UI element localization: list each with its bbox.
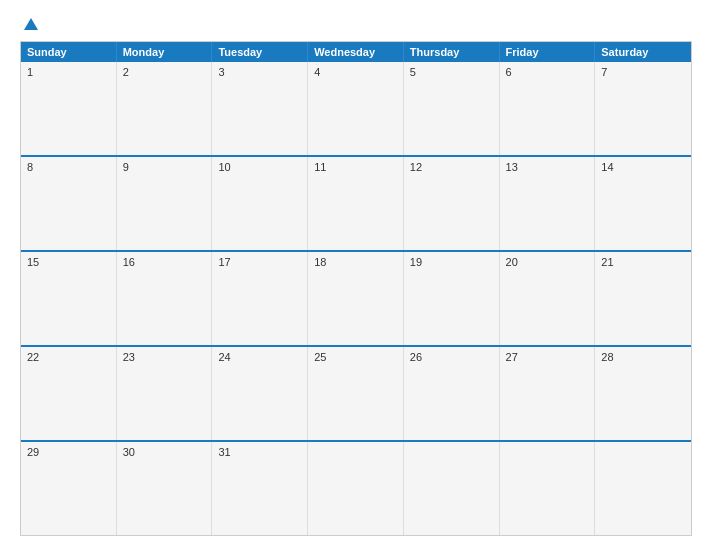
day-cell-5-1: 29 bbox=[21, 442, 117, 535]
day-number: 8 bbox=[27, 161, 33, 173]
header bbox=[20, 18, 692, 31]
week-4: 22232425262728 bbox=[21, 345, 691, 440]
header-thursday: Thursday bbox=[404, 42, 500, 62]
day-number: 11 bbox=[314, 161, 326, 173]
day-number: 23 bbox=[123, 351, 135, 363]
calendar-body: 1234567891011121314151617181920212223242… bbox=[21, 62, 691, 535]
logo bbox=[20, 18, 38, 31]
week-1: 1234567 bbox=[21, 62, 691, 155]
day-cell-2-5: 12 bbox=[404, 157, 500, 250]
header-tuesday: Tuesday bbox=[212, 42, 308, 62]
day-number: 20 bbox=[506, 256, 518, 268]
day-number: 26 bbox=[410, 351, 422, 363]
header-monday: Monday bbox=[117, 42, 213, 62]
day-cell-1-6: 6 bbox=[500, 62, 596, 155]
day-cell-2-1: 8 bbox=[21, 157, 117, 250]
day-cell-2-4: 11 bbox=[308, 157, 404, 250]
day-cell-3-2: 16 bbox=[117, 252, 213, 345]
day-number: 27 bbox=[506, 351, 518, 363]
day-number: 30 bbox=[123, 446, 135, 458]
day-cell-4-5: 26 bbox=[404, 347, 500, 440]
day-number: 3 bbox=[218, 66, 224, 78]
calendar-header: Sunday Monday Tuesday Wednesday Thursday… bbox=[21, 42, 691, 62]
day-number: 13 bbox=[506, 161, 518, 173]
day-number: 22 bbox=[27, 351, 39, 363]
day-cell-5-4 bbox=[308, 442, 404, 535]
day-number: 9 bbox=[123, 161, 129, 173]
day-number: 31 bbox=[218, 446, 230, 458]
day-number: 5 bbox=[410, 66, 416, 78]
day-cell-1-1: 1 bbox=[21, 62, 117, 155]
day-number: 21 bbox=[601, 256, 613, 268]
day-cell-5-7 bbox=[595, 442, 691, 535]
week-5: 293031 bbox=[21, 440, 691, 535]
header-friday: Friday bbox=[500, 42, 596, 62]
day-cell-4-1: 22 bbox=[21, 347, 117, 440]
day-cell-2-3: 10 bbox=[212, 157, 308, 250]
day-cell-3-1: 15 bbox=[21, 252, 117, 345]
day-number: 1 bbox=[27, 66, 33, 78]
day-cell-4-6: 27 bbox=[500, 347, 596, 440]
day-cell-4-2: 23 bbox=[117, 347, 213, 440]
day-number: 25 bbox=[314, 351, 326, 363]
day-number: 12 bbox=[410, 161, 422, 173]
day-number: 14 bbox=[601, 161, 613, 173]
day-cell-3-6: 20 bbox=[500, 252, 596, 345]
day-cell-1-7: 7 bbox=[595, 62, 691, 155]
header-wednesday: Wednesday bbox=[308, 42, 404, 62]
page: Sunday Monday Tuesday Wednesday Thursday… bbox=[0, 0, 712, 550]
day-cell-5-5 bbox=[404, 442, 500, 535]
day-cell-4-3: 24 bbox=[212, 347, 308, 440]
day-cell-5-6 bbox=[500, 442, 596, 535]
header-sunday: Sunday bbox=[21, 42, 117, 62]
day-number: 24 bbox=[218, 351, 230, 363]
logo-blue-text bbox=[20, 18, 38, 31]
day-cell-1-2: 2 bbox=[117, 62, 213, 155]
day-number: 15 bbox=[27, 256, 39, 268]
day-cell-3-3: 17 bbox=[212, 252, 308, 345]
day-cell-3-4: 18 bbox=[308, 252, 404, 345]
day-cell-1-5: 5 bbox=[404, 62, 500, 155]
day-cell-1-4: 4 bbox=[308, 62, 404, 155]
day-cell-2-7: 14 bbox=[595, 157, 691, 250]
day-number: 10 bbox=[218, 161, 230, 173]
day-number: 7 bbox=[601, 66, 607, 78]
logo-triangle-icon bbox=[24, 18, 38, 30]
day-cell-2-6: 13 bbox=[500, 157, 596, 250]
day-cell-4-4: 25 bbox=[308, 347, 404, 440]
day-cell-3-5: 19 bbox=[404, 252, 500, 345]
day-number: 28 bbox=[601, 351, 613, 363]
week-2: 891011121314 bbox=[21, 155, 691, 250]
day-cell-1-3: 3 bbox=[212, 62, 308, 155]
day-cell-2-2: 9 bbox=[117, 157, 213, 250]
day-number: 4 bbox=[314, 66, 320, 78]
header-saturday: Saturday bbox=[595, 42, 691, 62]
day-cell-3-7: 21 bbox=[595, 252, 691, 345]
day-cell-5-2: 30 bbox=[117, 442, 213, 535]
day-number: 19 bbox=[410, 256, 422, 268]
day-number: 17 bbox=[218, 256, 230, 268]
day-cell-4-7: 28 bbox=[595, 347, 691, 440]
day-number: 2 bbox=[123, 66, 129, 78]
day-number: 18 bbox=[314, 256, 326, 268]
day-number: 16 bbox=[123, 256, 135, 268]
calendar: Sunday Monday Tuesday Wednesday Thursday… bbox=[20, 41, 692, 536]
day-number: 29 bbox=[27, 446, 39, 458]
day-number: 6 bbox=[506, 66, 512, 78]
week-3: 15161718192021 bbox=[21, 250, 691, 345]
day-cell-5-3: 31 bbox=[212, 442, 308, 535]
